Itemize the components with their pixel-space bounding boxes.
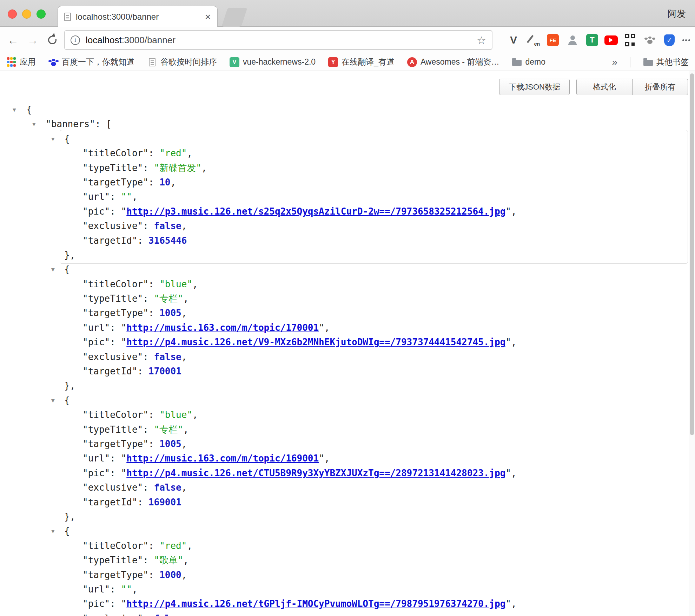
qrcode-icon[interactable] (623, 33, 637, 47)
bookmark-item[interactable]: AAwesomes - 前端资… (407, 57, 499, 67)
collapse-triangle-icon[interactable]: ▼ (32, 117, 36, 131)
json-line: ▼{ (0, 132, 689, 146)
json-pn: { (64, 395, 70, 406)
json-line: "targetType": 10, (0, 175, 689, 190)
fe-icon[interactable]: FE (545, 33, 560, 47)
json-line: "exclusive": false, (0, 350, 689, 364)
translate-en-icon[interactable]: en (526, 33, 541, 47)
youdao-icon: Y (328, 57, 338, 67)
json-pn: " (121, 337, 127, 347)
back-button[interactable]: ← (5, 32, 21, 48)
bookmark-item[interactable]: demo (512, 57, 545, 67)
collapse-triangle-icon[interactable]: ▼ (51, 393, 55, 408)
minimize-window-button[interactable] (22, 9, 31, 19)
json-link[interactable]: http://p4.music.126.net/tGPljf-IMOCyPvum… (126, 598, 505, 609)
collapse-triangle-icon[interactable]: ▼ (13, 103, 16, 117)
json-pn: , (192, 409, 198, 420)
bookmarks-bar: 应用百度一下，你就知道谷歌按时间排序Vvue-hackernews-2.0Y在线… (0, 53, 695, 71)
vertical-scrollbar[interactable] (689, 71, 695, 616)
scrollbar-thumb[interactable] (690, 73, 694, 435)
json-pn: , (183, 424, 189, 435)
bookmark-item[interactable]: 应用 (6, 57, 36, 67)
json-pn: : (143, 352, 154, 362)
json-pn: , (511, 337, 517, 347)
collapse-all-button[interactable]: 折叠所有 (632, 79, 688, 95)
json-line: ▼{ (0, 393, 689, 408)
json-object: ▼{"titleColor": "red","typeTitle": "歌单",… (0, 524, 689, 616)
json-key: "url" (82, 584, 110, 595)
json-key: "titleColor" (82, 279, 148, 289)
download-json-button[interactable]: 下载JSON数据 (499, 79, 570, 95)
close-window-button[interactable] (8, 9, 17, 19)
bookmark-item[interactable]: Vvue-hackernews-2.0 (230, 57, 316, 67)
bookmark-item[interactable]: Y在线翻译_有道 (328, 57, 395, 67)
reload-button[interactable] (44, 32, 60, 48)
json-pn: : (143, 482, 154, 493)
tab-close-icon[interactable]: × (205, 12, 211, 22)
json-pn: : (110, 191, 121, 202)
json-link[interactable]: http://music.163.com/m/topic/169001 (126, 453, 319, 464)
json-str: "blue" (159, 279, 192, 289)
json-tree: ▼{▼"banners": [▼{"titleColor": "red","ty… (0, 103, 689, 616)
menu-icon[interactable] (682, 33, 691, 47)
collapse-triangle-icon[interactable]: ▼ (51, 524, 55, 538)
json-key: "pic" (82, 598, 110, 609)
json-pn: " (319, 322, 324, 333)
json-pn: , (187, 540, 192, 551)
paw-icon[interactable] (642, 33, 657, 47)
person-icon[interactable] (565, 33, 580, 47)
json-link[interactable]: http://p4.music.126.net/CTU5B9R9y3XyYBZX… (126, 468, 505, 478)
json-key: "targetType" (82, 308, 148, 318)
json-pn: " (505, 206, 511, 217)
json-link[interactable]: http://p3.music.126.net/s25q2x5QyqsAzilC… (126, 206, 505, 217)
vimium-icon[interactable]: V (506, 33, 521, 47)
address-bar[interactable]: i localhost:3000/banner ☆ (64, 30, 492, 50)
maximize-window-button[interactable] (37, 9, 46, 19)
page-info-icon[interactable]: i (71, 35, 80, 45)
json-pn: : (110, 584, 121, 595)
json-pn: : (110, 468, 121, 478)
json-link[interactable]: http://music.163.com/m/topic/170001 (126, 322, 319, 333)
json-pn: : (138, 366, 148, 376)
green-t-icon[interactable]: T (585, 33, 600, 47)
other-bookmarks-folder[interactable]: 其他书签 (643, 57, 689, 67)
json-key: "targetType" (82, 439, 148, 449)
json-pn: { (64, 526, 70, 536)
format-button[interactable]: 格式化 (576, 79, 632, 95)
new-tab-button[interactable] (221, 8, 247, 27)
json-str: "red" (159, 540, 187, 551)
json-key: "targetId" (82, 497, 138, 507)
shield-check-icon[interactable]: ✓ (662, 33, 677, 47)
json-pn: : (110, 453, 121, 464)
json-pn: , (132, 584, 138, 595)
json-pn: : (110, 322, 121, 333)
json-str: "歌单" (154, 555, 183, 565)
json-pn: , (181, 221, 187, 231)
json-num: 1005 (159, 308, 181, 318)
json-pn: , (181, 352, 187, 362)
json-pn: : (148, 177, 159, 188)
json-line: "titleColor": "blue", (0, 277, 689, 291)
json-pn: , (181, 613, 187, 616)
json-line: ▼{ (0, 524, 689, 538)
json-line: ▼"banners": [ (0, 117, 689, 131)
json-line: "targetType": 1005, (0, 437, 689, 451)
bookmarks-overflow-chevron-icon[interactable]: » (612, 57, 617, 68)
collapse-triangle-icon[interactable]: ▼ (51, 132, 55, 146)
profile-name[interactable]: 阿发 (668, 8, 686, 20)
json-line: "typeTitle": "歌单", (0, 553, 689, 568)
bookmark-item[interactable]: 百度一下，你就知道 (48, 57, 134, 67)
bookmark-item[interactable]: 谷歌按时间排序 (147, 57, 217, 67)
json-pn: , (132, 191, 138, 202)
youtube-icon[interactable] (604, 35, 618, 45)
json-line: "exclusive": false, (0, 219, 689, 233)
json-line: "url": "", (0, 582, 689, 597)
json-pn: : (143, 555, 154, 565)
json-pn: : (148, 439, 159, 449)
bookmark-star-icon[interactable]: ☆ (477, 34, 486, 46)
json-pn: , (511, 468, 517, 478)
json-link[interactable]: http://p4.music.126.net/V9-MXz6b2MNhEKju… (126, 337, 505, 347)
browser-tab[interactable]: localhost:3000/banner × (58, 6, 218, 27)
page-icon (147, 57, 157, 67)
collapse-triangle-icon[interactable]: ▼ (51, 262, 55, 277)
